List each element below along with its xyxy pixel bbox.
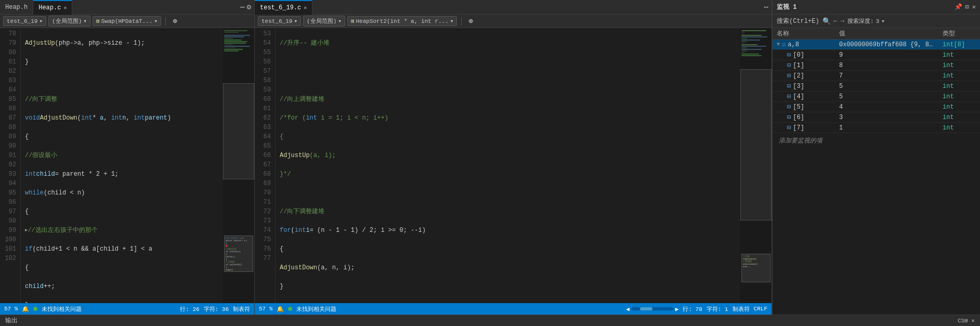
left-editor-pane: Heap.h Heap.c ✕ ⋯ ⚙ test_6_19 ▾ [0,0,255,315]
left-minimap: int child = par while (child < n) { //选出… [223,28,254,303]
right-tab-overflow-icon[interactable]: ⋯ [764,3,768,11]
watch-row-a8-type: int[8] [938,41,980,49]
watch-row-5-name: [5] [793,103,804,111]
left-tab-actions[interactable]: ⋯ ⚙ [237,3,254,11]
expand-icon[interactable]: ▼ [777,42,780,47]
watch-nav-forward-icon[interactable]: → [841,18,844,25]
right-toolbar-separator [461,17,462,25]
left-file-selector[interactable]: test_6_19 ▾ [3,16,46,26]
array-icon-2: ⊟ [787,72,791,80]
array-icon-7: ⊟ [787,124,791,132]
watch-close-icon[interactable]: ✕ [972,3,976,11]
watch-table: ▼ ☑ a,8 0x00000069bffaf608 {9, 8, 7, 5, … [773,40,980,315]
watch-row-4[interactable]: ⊟ [4] 5 int [773,92,980,102]
code-line: while (child < n) [25,188,219,198]
watch-row-4-type: int [938,93,980,101]
scroll-right-icon[interactable]: ▶ [675,306,679,312]
watch-pin-icon[interactable]: 📌 [955,3,962,11]
right-add-icon[interactable]: ⊕ [466,16,475,27]
watch-header-actions[interactable]: 📌 ⊡ ✕ [955,3,976,11]
watch-row-3[interactable]: ⊟ [3] 5 int [773,81,980,92]
watch-col-name-header: 名称 [773,29,835,38]
watch-float-icon[interactable]: ⊡ [965,3,969,11]
tab-heap-h[interactable]: Heap.h [0,0,33,15]
left-tab-settings-icon[interactable]: ⚙ [247,3,251,11]
chevron-down-icon: ▾ [338,18,342,24]
code-line: void AdjustDown(int* a, int n, int paren… [25,113,219,123]
watch-row-7-value: 1 [835,124,938,132]
watch-row-2-value: 7 [835,72,938,80]
left-scope-selector[interactable]: (全局范围) ▾ [48,16,90,27]
watch-row-1[interactable]: ⊟ [1] 8 int [773,60,980,71]
watch-table-header: 名称 值 类型 [773,28,980,40]
right-tab-actions[interactable]: ⋯ [761,3,772,11]
left-line-info: 行: 26 [180,305,199,313]
left-func-selector[interactable]: ⊞ Swap(HPDataT... ▾ [93,16,161,26]
tab-heap-c[interactable]: Heap.c ✕ [33,0,72,15]
watch-row-2[interactable]: ⊟ [2] 7 int [773,71,980,81]
right-code-area: 53 54 55 56 57 58 59 60 61 62 63 64 65 6… [255,28,772,303]
right-editor-pane: test_6_19.c ✕ ⋯ test_6_19 ▾ (全局范围) ▾ [255,0,772,315]
code-line: AdjustUp(php->a, php->size - 1); [25,38,219,48]
left-code-content[interactable]: AdjustUp(php->a, php->size - 1); } //向下调… [21,28,223,303]
code-line: child++; [25,282,219,291]
watch-row-a8[interactable]: ▼ ☑ a,8 0x00000069bffaf608 {9, 8, 7, 5, … [773,40,980,50]
tab-heap-c-label: Heap.c [38,4,61,11]
code-line [280,188,736,198]
left-editor-toolbar: test_6_19 ▾ (全局范围) ▾ ⊞ Swap(HPDataT... ▾… [0,15,254,28]
left-tab-overflow-icon[interactable]: ⋯ [240,3,244,11]
watch-row-7[interactable]: ⊟ [7] 1 int [773,123,980,133]
left-status-text: 未找到相关问题 [42,305,82,313]
right-zoom: 57 % [259,306,272,312]
array-icon-4: ⊟ [787,93,791,100]
tab-heap-h-label: Heap.h [5,4,28,11]
watch-row-6-value: 3 [835,113,938,122]
array-icon-0: ⊟ [787,51,791,59]
left-line-numbers: 78 79 80 81 82 83 84 85 86 87 88 89 90 9… [0,28,21,303]
watch-row-7-type: int [938,124,980,132]
chevron-down-icon[interactable]: ▾ [881,18,885,24]
code-line: /*for (int i = 1; i < n; i++) [280,113,736,123]
right-code-content[interactable]: //升序-- 建小堆 //向上调整建堆 /*for (int i = 1; i … [276,28,740,303]
func-icon: ⊞ [96,18,100,24]
right-bell-icon[interactable]: 🔔 [277,306,284,312]
right-status-bar: 57 % 🔔 未找到相关问题 ◀ ▶ 行: 78 字符: 1 制表符 CRLF [255,303,772,315]
code-line: AdjustDown(a, n, i); [280,263,736,272]
watch-row-0[interactable]: ⊟ [0] 9 int [773,50,980,60]
right-file-selector[interactable]: test_6_19 ▾ [258,16,301,26]
tab-heap-c-close[interactable]: ✕ [63,5,67,11]
watch-search-depth-value: 3 [876,18,880,24]
chevron-down-icon: ▾ [294,18,297,24]
right-editor-toolbar: test_6_19 ▾ (全局范围) ▾ ⊞ HeapSort2(int * a… [255,15,772,28]
right-scope-selector[interactable]: (全局范围) ▾ [303,16,345,27]
left-code-area: 78 79 80 81 82 83 84 85 86 87 88 89 90 9… [0,28,254,303]
checkbox-icon[interactable]: ☑ [782,41,786,48]
watch-row-5[interactable]: ⊟ [5] 4 int [773,102,980,112]
watch-row-2-type: int [938,72,980,80]
code-line: } [280,282,736,291]
scroll-left-icon[interactable]: ◀ [626,306,630,312]
right-func-selector[interactable]: ⊞ HeapSort2(int * a, int r... ▾ [347,16,457,26]
code-line [25,76,219,85]
code-line: if (child+1 < n && a[child + 1] < a [25,244,219,254]
array-icon-3: ⊟ [787,82,791,90]
watch-row-5-value: 4 [835,103,938,111]
chevron-down-icon: ▾ [39,18,43,24]
code-line: ▶ //选出左右孩子中的那个 [25,226,219,235]
watch-row-1-type: int [938,61,980,70]
tab-test-c-close[interactable]: ✕ [304,5,307,11]
right-line-numbers: 53 54 55 56 57 58 59 60 61 62 63 64 65 6… [255,28,276,303]
watch-nav-back-icon[interactable]: ← [834,18,838,25]
array-icon-6: ⊟ [787,113,791,121]
code-line: { [25,132,219,141]
left-bell-icon[interactable]: 🔔 [22,306,29,312]
watch-row-0-type: int [938,51,980,59]
left-status-bar: 57 % 🔔 未找到相关问题 行: 26 字符: 36 制表符 [0,303,254,315]
watch-search-label: 搜索(Ctrl+E) [777,17,819,25]
left-add-icon[interactable]: ⊕ [170,16,179,27]
watch-row-6[interactable]: ⊟ [6] 3 int [773,112,980,123]
code-line: //向上调整建堆 [280,95,736,104]
output-bar-actions[interactable]: CS⊞ ✕ [958,317,975,324]
tab-test-c[interactable]: test_6_19.c ✕ [255,0,312,15]
watch-row-5-type: int [938,103,980,111]
